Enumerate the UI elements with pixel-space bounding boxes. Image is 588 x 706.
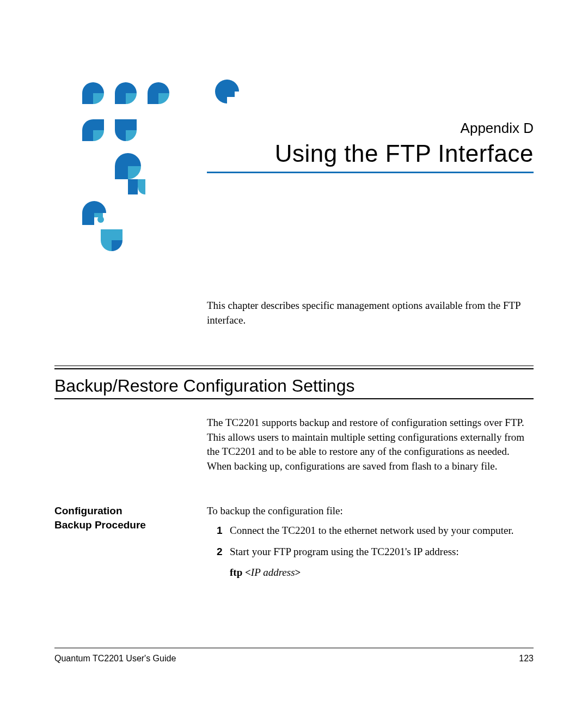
step-item: 1 Connect the TC2201 to the ethernet net… [207,524,534,538]
section-divider [54,366,534,369]
step-text: Connect the TC2201 to the ethernet netwo… [230,524,534,538]
section-heading: Backup/Restore Configuration Settings [54,376,534,396]
step-item: 2 Start your FTP program using the TC220… [207,545,534,559]
svg-point-9 [97,216,104,223]
footer-page-number: 123 [519,654,534,664]
step-text: Start your FTP program using the TC2201'… [230,545,534,559]
ftp-command: ftp <IP address> [207,565,534,580]
step-number: 2 [217,545,230,559]
chapter-header: Appendix D Using the FTP Interface [54,60,534,173]
svg-rect-10 [101,229,122,240]
svg-rect-1 [115,93,126,104]
svg-rect-7 [82,213,94,225]
step-number: 1 [217,524,230,538]
svg-rect-3 [93,119,104,130]
svg-rect-2 [148,93,158,104]
appendix-label: Appendix D [207,120,534,137]
page-footer: Quantum TC2201 User's Guide 123 [54,648,534,664]
intro-paragraph: This chapter describes specific manageme… [207,299,534,327]
brand-logo [74,74,199,270]
svg-rect-4 [115,119,137,130]
subsection: Configuration Backup Procedure To backup… [54,504,534,580]
footer-guide: Quantum TC2201 User's Guide [54,654,176,664]
subsection-lead: To backup the configuration file: [207,504,534,519]
subsection-title: Configuration Backup Procedure [54,504,196,533]
step-list: 1 Connect the TC2201 to the ethernet net… [207,524,534,580]
svg-rect-6 [128,179,138,194]
chapter-title: Using the FTP Interface [207,140,534,167]
section-underline [54,398,534,399]
svg-rect-0 [82,93,93,104]
page: Appendix D Using the FTP Interface This … [0,0,588,706]
brand-logo-accent [211,75,243,110]
section-body: The TC2201 supports backup and restore o… [207,416,534,473]
svg-rect-11 [227,92,235,97]
svg-rect-5 [115,166,128,179]
title-underline [207,172,534,173]
